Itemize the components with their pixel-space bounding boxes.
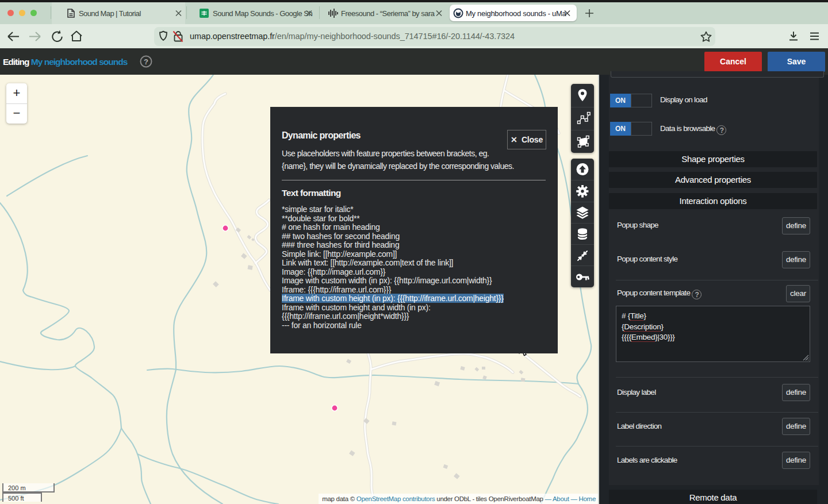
svg-text:?: ?: [144, 57, 148, 66]
svg-text:Sound Map | Tutorial: Sound Map | Tutorial: [79, 9, 141, 18]
svg-text:umap.openstreetmap.fr/en/map/m: umap.openstreetmap.fr/en/map/my-neighbor…: [190, 32, 515, 41]
svg-text:Sound Map Sounds - Google Sh: Sound Map Sounds - Google Sh: [213, 9, 312, 18]
svg-text:My neighborhood sounds - uMa: My neighborhood sounds - uMa: [466, 9, 567, 18]
svg-text:Freesound - “Seriema” by sara: Freesound - “Seriema” by sara: [341, 9, 435, 18]
